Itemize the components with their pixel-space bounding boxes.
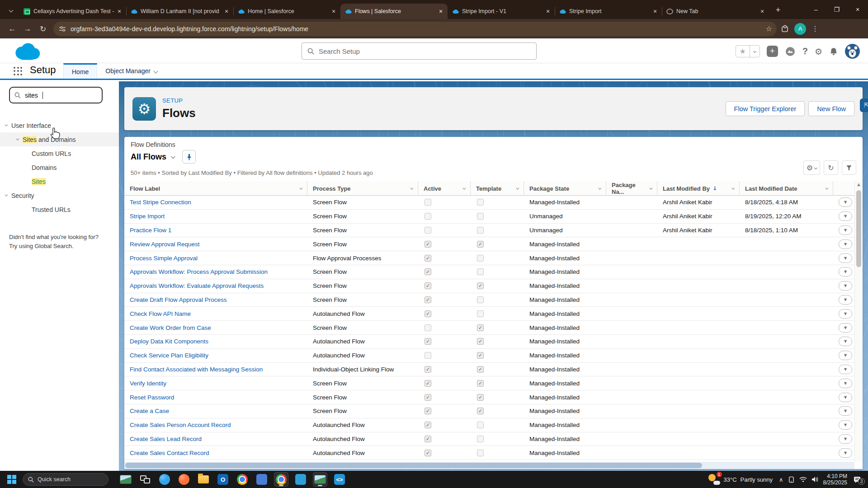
favorites-star-icon[interactable]: ★ [736,46,750,57]
column-header-process-type[interactable]: Process Type [307,181,418,196]
checkbox-checked-icon[interactable]: ✓ [425,338,431,345]
row-actions-button[interactable]: ▼ [839,211,852,221]
checkbox-checked-icon[interactable]: ✓ [425,380,431,387]
checkbox-checked-icon[interactable]: ✓ [425,268,431,275]
browser-tab-stripe-import-v1[interactable]: Stripe Import - V1× [448,4,555,19]
checkbox-checked-icon[interactable]: ✓ [425,296,431,303]
list-settings-button[interactable]: ⚙ [803,160,820,175]
column-header-active[interactable]: Active [418,181,471,196]
notifications-bell-icon[interactable] [829,47,838,56]
scrollbar-thumb[interactable] [856,190,861,267]
row-actions-button[interactable]: ▼ [839,365,852,374]
filter-button[interactable] [842,160,856,175]
row-actions-button[interactable]: ▼ [839,337,852,346]
checkbox-unchecked-icon[interactable] [477,213,484,220]
tab-close-icon[interactable]: × [437,7,445,15]
checkbox-unchecked-icon[interactable] [477,422,484,428]
favorites-dropdown-icon[interactable] [750,46,760,57]
checkbox-unchecked-icon[interactable] [425,227,431,234]
checkbox-checked-icon[interactable]: ✓ [425,366,431,373]
snipping-tool-icon[interactable] [313,472,327,487]
browser-menu-icon[interactable]: ⋮ [811,24,819,33]
address-bar[interactable]: orgfarm-3ed3a0494e-dev-ed.develop.lightn… [53,22,777,36]
row-actions-button[interactable]: ▼ [839,197,852,207]
flow-label-link[interactable]: Deploy Data Kit Components [130,338,208,345]
browser-tab-stripe-import[interactable]: Stripe Import× [555,4,662,19]
checkbox-checked-icon[interactable]: ✓ [477,366,484,373]
pin-view-button[interactable] [182,150,196,164]
row-actions-button[interactable]: ▼ [839,281,852,291]
file-explorer-icon[interactable] [196,472,211,487]
column-header-package-na[interactable]: Package Na... [606,181,657,196]
row-actions-button[interactable]: ▼ [839,420,852,430]
chevron-down-icon[interactable] [16,137,19,141]
checkbox-unchecked-icon[interactable] [477,296,484,303]
row-actions-button[interactable]: ▼ [839,295,852,305]
teams-chat-icon[interactable] [255,472,269,487]
checkbox-checked-icon[interactable]: ✓ [477,408,484,414]
column-header-template[interactable]: Template [471,181,524,196]
forward-button[interactable]: → [20,21,35,37]
flow-label-link[interactable]: Practice Flow 1 [130,227,171,234]
row-actions-button[interactable]: ▼ [839,253,852,263]
checkbox-checked-icon[interactable]: ✓ [425,241,431,248]
refresh-button[interactable]: ↻ [824,160,838,175]
start-button[interactable] [7,475,16,484]
vscode-icon[interactable]: <> [332,472,347,487]
quick-find-input[interactable] [25,92,79,99]
chevron-down-icon[interactable] [649,186,652,189]
browser-profile-avatar[interactable]: A [794,23,806,35]
flow-label-link[interactable]: Approvals Workflow: Evaluate Approval Re… [130,282,264,289]
flow-label-link[interactable]: Check Service Plan Eligibility [130,352,208,359]
site-settings-icon[interactable] [59,25,66,33]
vertical-scrollbar[interactable]: ▲ [854,181,863,462]
taskbar-clock[interactable]: 4:10 PM 8/25/2025 [823,473,847,486]
restore-button[interactable]: ❐ [826,0,847,19]
browser-tab-cellaxys-advertising-dash-test[interactable]: Cellaxys Advertising Dash Test -× [19,4,126,19]
outlook-icon[interactable]: O [216,472,230,487]
close-button[interactable]: × [847,0,868,19]
tab-close-icon[interactable]: × [115,7,123,15]
list-view-selector[interactable]: All Flows [131,152,166,162]
horizontal-scrollbar[interactable] [124,462,854,469]
browser-tab-new-tab[interactable]: New Tab× [662,4,769,19]
help-panel-handle[interactable]: ⇱ [860,99,868,112]
firefox-icon[interactable] [177,472,191,487]
browser-tab-william-d-lanham-ii-not-provid[interactable]: William D Lanham II [not provid× [126,4,233,19]
back-button[interactable]: ← [5,21,20,37]
weather-widget[interactable]: 1 33°C Partly sunny [708,474,773,485]
desktop-preview-icon[interactable] [118,472,133,487]
checkbox-unchecked-icon[interactable] [425,324,431,331]
flow-label-link[interactable]: Create Work Order from Case [130,324,211,331]
quick-find-box[interactable] [9,87,103,103]
row-actions-button[interactable]: ▼ [839,323,852,333]
flow-label-link[interactable]: Create Sales Contact Record [130,450,209,456]
bookmark-star-icon[interactable]: ☆ [766,24,772,33]
flow-trigger-explorer-button[interactable]: Flow Trigger Explorer [726,101,805,116]
checkbox-unchecked-icon[interactable] [425,199,431,206]
tab-close-icon[interactable]: × [330,7,338,15]
checkbox-checked-icon[interactable]: ✓ [477,380,484,387]
chrome-icon[interactable] [235,472,250,487]
checkbox-checked-icon[interactable]: ✓ [477,338,484,345]
chevron-down-icon[interactable] [516,186,519,189]
volume-icon[interactable] [811,476,819,483]
task-view-icon[interactable] [138,472,152,487]
h-scrollbar-thumb[interactable] [125,463,702,468]
flow-label-link[interactable]: Create a Case [130,408,169,414]
new-flow-button[interactable]: New Flow [808,101,854,116]
flow-label-link[interactable]: Create Sales Person Account Record [130,422,231,428]
checkbox-unchecked-icon[interactable] [477,450,484,456]
tray-expand-icon[interactable]: ∧ [779,476,783,483]
flow-label-link[interactable]: Test Stripe Connection [130,199,191,206]
row-actions-button[interactable]: ▼ [839,309,852,319]
app-launcher-icon[interactable] [14,67,23,75]
checkbox-unchecked-icon[interactable] [477,436,484,442]
chevron-down-icon[interactable] [598,186,601,189]
chevron-down-icon[interactable] [299,186,302,189]
sidebar-item-security[interactable]: Security [0,188,119,202]
checkbox-checked-icon[interactable]: ✓ [425,408,431,414]
edge-icon[interactable] [157,472,172,487]
row-actions-button[interactable]: ▼ [839,225,852,235]
checkbox-unchecked-icon[interactable] [477,199,484,206]
